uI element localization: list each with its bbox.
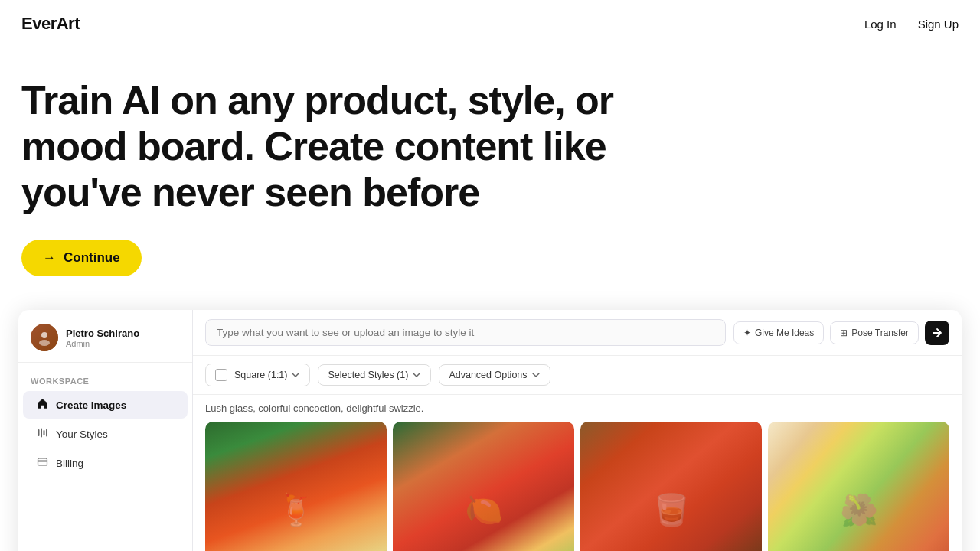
sidebar-item-your-styles-label: Your Styles — [56, 429, 108, 440]
pose-transfer-label: Pose Transfer — [851, 328, 909, 338]
chevron-down-icon-3 — [531, 370, 541, 380]
avatar-image — [31, 324, 58, 351]
user-info: Pietro Schirano Admin — [66, 328, 139, 348]
svg-rect-3 — [41, 429, 42, 438]
results-prompt-text: Lush glass, colorful concoction, delight… — [205, 403, 949, 414]
ideas-icon: ✦ — [743, 328, 751, 338]
image-card-1[interactable]: 🍹 — [205, 422, 387, 551]
prompt-bar: ✦ Give Me Ideas ⊞ Pose Transfer — [193, 310, 962, 356]
image-grid: 🍹 🍋 🥃 🌺 — [205, 422, 949, 551]
svg-rect-4 — [43, 430, 44, 435]
image-decoration-2: 🍋 — [393, 422, 574, 551]
svg-point-0 — [41, 332, 47, 338]
advanced-options-button[interactable]: Advanced Options — [439, 364, 550, 386]
sidebar-item-create-images-label: Create Images — [56, 399, 126, 411]
avatar — [31, 324, 58, 351]
results-area: Lush glass, colorful concoction, delight… — [193, 395, 962, 551]
main-content: ✦ Give Me Ideas ⊞ Pose Transfer — [193, 310, 962, 551]
selected-styles-button[interactable]: Selected Styles (1) — [318, 364, 431, 386]
image-card-2[interactable]: 🍋 — [393, 422, 574, 551]
advanced-options-label: Advanced Options — [449, 370, 527, 380]
navbar: EverArt Log In Sign Up — [0, 0, 980, 47]
sidebar-item-billing[interactable]: Billing — [23, 449, 188, 477]
aspect-ratio-label: Square (1:1) — [234, 370, 287, 380]
send-button[interactable] — [925, 321, 949, 345]
aspect-ratio-button[interactable]: Square (1:1) — [205, 364, 310, 386]
selected-styles-label: Selected Styles (1) — [328, 370, 408, 380]
sidebar-item-billing-label: Billing — [56, 458, 83, 469]
sidebar: Pietro Schirano Admin Workspace Create I… — [18, 310, 193, 551]
billing-icon — [35, 456, 49, 470]
give-me-ideas-button[interactable]: ✦ Give Me Ideas — [733, 321, 824, 344]
prompt-input[interactable] — [205, 319, 726, 346]
svg-rect-2 — [38, 429, 39, 436]
sidebar-item-your-styles[interactable]: Your Styles — [23, 420, 188, 448]
home-icon — [35, 398, 49, 412]
image-card-4[interactable]: 🌺 — [768, 422, 949, 551]
hero-headline: Train AI on any product, style, or mood … — [21, 78, 710, 215]
pose-icon: ⊞ — [840, 328, 848, 338]
signup-link[interactable]: Sign Up — [918, 18, 959, 31]
filters-bar: Square (1:1) Selected Styles (1) Advance… — [193, 356, 962, 395]
image-decoration-3: 🥃 — [580, 422, 762, 551]
login-link[interactable]: Log In — [864, 18, 897, 31]
chevron-down-icon-2 — [412, 370, 421, 380]
workspace-label: Workspace — [18, 363, 192, 390]
image-decoration-4: 🌺 — [768, 422, 949, 551]
chevron-down-icon — [291, 370, 300, 380]
image-decoration-1: 🍹 — [205, 422, 387, 551]
image-card-3[interactable]: 🥃 — [580, 422, 762, 551]
prompt-actions: ✦ Give Me Ideas ⊞ Pose Transfer — [733, 321, 949, 345]
svg-point-1 — [39, 340, 50, 346]
logo: EverArt — [21, 14, 80, 34]
sidebar-item-create-images[interactable]: Create Images — [23, 391, 188, 419]
svg-rect-5 — [46, 429, 47, 437]
app-preview: Pietro Schirano Admin Workspace Create I… — [18, 310, 962, 551]
user-name: Pietro Schirano — [66, 328, 139, 339]
styles-icon — [35, 427, 49, 441]
nav-links: Log In Sign Up — [864, 18, 959, 31]
give-me-ideas-label: Give Me Ideas — [755, 328, 814, 338]
continue-button[interactable]: → Continue — [21, 240, 142, 276]
cta-arrow: → — [43, 250, 56, 266]
svg-rect-7 — [38, 461, 47, 462]
hero-section: Train AI on any product, style, or mood … — [0, 47, 980, 301]
sidebar-user: Pietro Schirano Admin — [18, 310, 192, 363]
cta-label: Continue — [64, 250, 120, 266]
user-role: Admin — [66, 339, 139, 348]
aspect-ratio-checkbox — [215, 369, 227, 381]
pose-transfer-button[interactable]: ⊞ Pose Transfer — [830, 321, 919, 344]
app-inner: Pietro Schirano Admin Workspace Create I… — [18, 310, 962, 551]
